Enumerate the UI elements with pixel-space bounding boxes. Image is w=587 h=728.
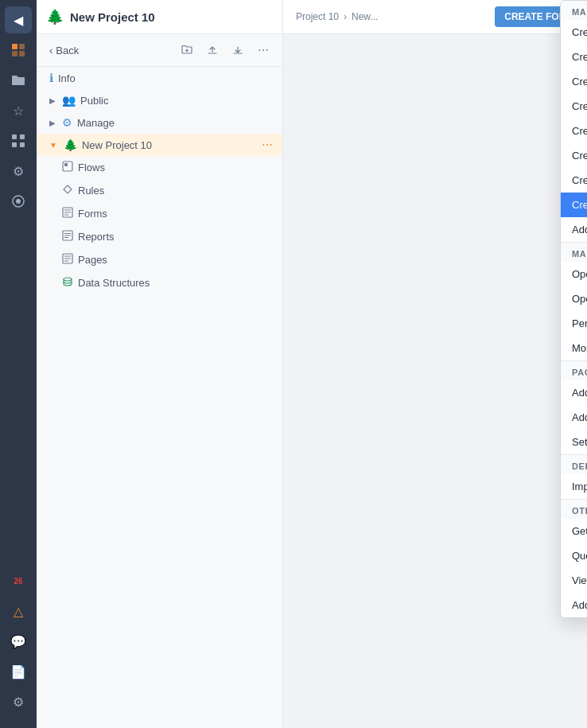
tree-item-project-label: New Project 10 bbox=[82, 139, 257, 151]
menu-set-default-page[interactable]: Set Default Page bbox=[561, 430, 587, 454]
menu-more[interactable]: More ▶ bbox=[561, 336, 587, 360]
menu-add-alias-label: Add Alias bbox=[572, 387, 587, 399]
menu-create-folder-label: Create Folder bbox=[572, 199, 587, 211]
data-structures-icon bbox=[62, 276, 73, 290]
menu-permissions-label: Permissions bbox=[572, 317, 587, 329]
menu-add-alias[interactable]: Add Alias bbox=[561, 380, 587, 405]
tree-item-pages[interactable]: Pages bbox=[37, 248, 282, 271]
menu-create-design-pattern[interactable]: Create Design Pattern bbox=[561, 168, 587, 193]
menu-create-rule[interactable]: Create Rule bbox=[561, 45, 587, 69]
tree-item-reports-label: Reports bbox=[78, 231, 273, 243]
project-icon: 🌲 bbox=[64, 138, 77, 151]
svg-rect-6 bbox=[12, 142, 17, 147]
rules-icon bbox=[62, 184, 73, 197]
context-menu: MAIN Create Flow Create Rule Create Form… bbox=[560, 0, 587, 618]
tree-item-flows[interactable]: Flows ⋯ bbox=[37, 156, 282, 179]
tree-item-public[interactable]: ▶ 👥 Public bbox=[37, 89, 282, 111]
menu-add-other[interactable]: Add ▶ bbox=[561, 593, 587, 617]
menu-section-manage: MANAGE bbox=[561, 242, 587, 262]
add-folder-icon[interactable] bbox=[176, 39, 198, 61]
alert-icon[interactable]: △ bbox=[5, 598, 32, 625]
tree-item-new-project[interactable]: ▼ 🌲 New Project 10 ⋯ bbox=[37, 134, 282, 156]
menu-set-default-page-label: Set Default Page bbox=[572, 436, 587, 448]
favorites-icon[interactable]: ☆ bbox=[5, 97, 32, 124]
tree-item-data-structures[interactable]: Data Structures bbox=[37, 271, 282, 294]
file-tree: ℹ Info ▶ 👥 Public ▶ ⚙ Manage ▼ 🌲 New Pro… bbox=[37, 67, 282, 728]
menu-add-main[interactable]: Add ▶ bbox=[561, 217, 587, 242]
menu-open-new-tab-label: Open in New Tab bbox=[572, 293, 587, 305]
expand-arrow-project: ▼ bbox=[49, 141, 57, 150]
menu-add-page[interactable]: Add Page bbox=[561, 405, 587, 430]
sidebar-title: New Project 10 bbox=[70, 10, 273, 24]
download-icon[interactable] bbox=[227, 39, 249, 61]
menu-create-rule-label: Create Rule bbox=[572, 51, 587, 63]
expand-arrow-public: ▶ bbox=[49, 96, 56, 105]
notification-icon[interactable]: 26 26 bbox=[5, 567, 32, 594]
tree-item-rules[interactable]: Rules bbox=[37, 179, 282, 202]
chat-icon[interactable]: 💬 bbox=[5, 628, 32, 655]
sidebar: 🌲 New Project 10 ‹ Back bbox=[37, 0, 283, 728]
collapse-icon[interactable]: ◀ bbox=[5, 6, 32, 33]
menu-open-new-tab[interactable]: Open in New Tab bbox=[561, 286, 587, 311]
folder-icon[interactable] bbox=[5, 67, 32, 94]
svg-point-9 bbox=[16, 199, 21, 204]
dashboard-icon[interactable] bbox=[5, 37, 32, 64]
svg-rect-13 bbox=[64, 163, 68, 166]
more-options-icon[interactable]: ⋯ bbox=[252, 39, 274, 61]
flows-icon bbox=[62, 161, 73, 174]
menu-import-export[interactable]: Import/Export ▶ bbox=[561, 474, 587, 499]
menu-query-editor-label: Query Editor bbox=[572, 550, 587, 562]
menu-create-datatypes[interactable]: Create DataTypes/Integration bbox=[561, 143, 587, 168]
gear-icon[interactable]: ⚙ bbox=[5, 688, 32, 715]
tree-item-info-label: Info bbox=[58, 72, 273, 84]
reports-icon bbox=[62, 230, 73, 243]
project-tree-icon: 🌲 bbox=[46, 8, 64, 25]
svg-rect-5 bbox=[20, 134, 25, 139]
sidebar-header: 🌲 New Project 10 bbox=[37, 0, 282, 34]
menu-query-editor[interactable]: Query Editor bbox=[561, 543, 587, 568]
menu-create-form[interactable]: Create Form bbox=[561, 69, 587, 94]
menu-import-export-label: Import/Export bbox=[572, 481, 587, 492]
forms-icon bbox=[62, 207, 73, 220]
public-icon: 👥 bbox=[62, 94, 76, 107]
toolbar-icons: ⋯ bbox=[176, 39, 274, 61]
svg-rect-0 bbox=[12, 44, 17, 49]
menu-open-containing-folder[interactable]: Open Containing Folder bbox=[561, 262, 587, 286]
menu-view-integration-details[interactable]: View Integration Details bbox=[561, 568, 587, 593]
icon-bar: ◀ ☆ ⚙ bbox=[0, 0, 37, 728]
menu-get-designer-folder-id[interactable]: Get Designer Folder ID bbox=[561, 519, 587, 543]
menu-create-folder[interactable]: Create Folder bbox=[561, 193, 587, 217]
tree-item-pages-label: Pages bbox=[78, 254, 273, 266]
menu-add-page-label: Add Page bbox=[572, 411, 587, 423]
svg-rect-4 bbox=[12, 134, 17, 139]
menu-create-form-label: Create Form bbox=[572, 76, 587, 88]
svg-rect-3 bbox=[19, 51, 25, 56]
menu-create-flow[interactable]: Create Flow bbox=[561, 20, 587, 45]
tree-item-data-structures-label: Data Structures bbox=[78, 277, 273, 289]
tree-item-reports[interactable]: Reports bbox=[37, 225, 282, 248]
back-button[interactable]: ‹ Back bbox=[45, 42, 84, 59]
tree-item-manage[interactable]: ▶ ⚙ Manage bbox=[37, 111, 282, 134]
upload-icon[interactable] bbox=[201, 39, 224, 61]
breadcrumb-current: New... bbox=[352, 11, 378, 22]
svg-rect-12 bbox=[63, 162, 72, 171]
breadcrumb: Project 10 › New... bbox=[296, 11, 378, 22]
back-label: Back bbox=[56, 45, 79, 56]
main-topbar: Project 10 › New... CREATE FOF bbox=[283, 0, 587, 34]
breadcrumb-separator: › bbox=[344, 11, 347, 22]
grid-icon[interactable] bbox=[5, 127, 32, 154]
menu-section-pages: PAGES bbox=[561, 360, 587, 380]
tree-item-info[interactable]: ℹ Info bbox=[37, 67, 282, 89]
doc-icon[interactable]: 📄 bbox=[5, 658, 32, 685]
tree-item-forms[interactable]: Forms bbox=[37, 202, 282, 225]
svg-rect-2 bbox=[12, 51, 17, 56]
plugin-icon[interactable] bbox=[5, 188, 32, 215]
menu-create-report[interactable]: Create Report bbox=[561, 119, 587, 143]
menu-create-design-pattern-label: Create Design Pattern bbox=[572, 174, 587, 186]
menu-section-other: OTHER bbox=[561, 499, 587, 519]
tree-item-more-btn[interactable]: ⋯ bbox=[262, 138, 273, 151]
menu-add-main-label: Add bbox=[572, 224, 587, 236]
menu-create-page[interactable]: Create Page bbox=[561, 94, 587, 119]
settings-icon[interactable]: ⚙ bbox=[5, 158, 32, 185]
menu-permissions[interactable]: Permissions ▶ bbox=[561, 311, 587, 336]
